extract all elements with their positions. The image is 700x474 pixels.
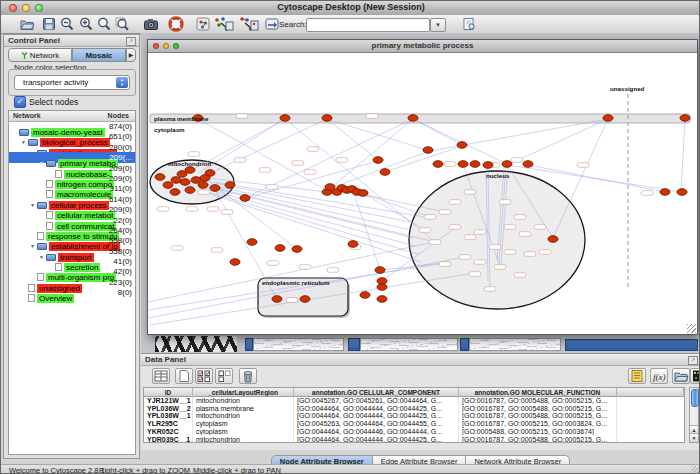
network-node[interactable] (292, 246, 302, 253)
network-node[interactable] (171, 177, 181, 184)
network-node-label[interactable] (186, 207, 198, 212)
tree-row-secretion[interactable]: secretion41(0) (9, 256, 135, 266)
table-cell[interactable]: mitochondrion (193, 412, 294, 420)
network-node-label[interactable] (221, 210, 233, 215)
table-cell[interactable]: [GO:0044464, GO:0044444, GO:0044425, G..… (294, 412, 459, 420)
network-node[interactable] (358, 190, 368, 197)
manage-plugins-icon[interactable] (264, 16, 280, 32)
network-node[interactable] (210, 185, 220, 192)
network-node-label[interactable] (444, 162, 456, 167)
network-node-label[interactable] (188, 152, 200, 157)
float-panel-icon[interactable]: ↗ (126, 37, 136, 46)
network-node-label[interactable] (429, 240, 441, 245)
network-node[interactable] (360, 292, 370, 299)
table-cell[interactable]: YLR295C (144, 420, 193, 428)
network-node-label[interactable] (366, 114, 378, 119)
table-cell[interactable]: [GO:0016787, GO:0005488, GO:0005215, G..… (459, 397, 617, 405)
network-node[interactable] (185, 167, 195, 174)
network-node-label[interactable] (267, 261, 279, 266)
app-resize-grip[interactable] (691, 466, 700, 474)
select-nodes-checkbox[interactable]: ✓ (14, 96, 26, 108)
tree-row-establishment-of-lo[interactable]: ▼establishment of lo558(0) (9, 235, 135, 245)
layout-nodes-icon[interactable] (213, 16, 235, 32)
scrollbar-thumb[interactable] (691, 389, 699, 407)
tree-row-cell-communicat[interactable]: cell communicat22(0) (9, 215, 135, 225)
tree-row-multi-organism-pro[interactable]: multi-organism pro42(0) (9, 266, 135, 276)
tree-row-cellular-metabol[interactable]: cellular metabol209(0) (9, 204, 135, 214)
network-node-label[interactable] (299, 265, 311, 270)
network-node-label[interactable] (327, 268, 339, 273)
zoom-out-icon[interactable] (59, 16, 75, 32)
network-node-label[interactable] (514, 273, 526, 278)
column-header-annotation.GO CELLULAR_COMPONENT[interactable]: annotation.GO CELLULAR_COMPONENT (294, 388, 459, 397)
column-header-_cellularLayoutRegion[interactable]: _cellularLayoutRegion (193, 388, 294, 397)
table-cell[interactable]: [GO:0045267, GO:0045261, GO:0044464, G..… (294, 397, 459, 405)
network-node-label[interactable] (234, 158, 246, 163)
table-cell[interactable]: YDR039C__1 (144, 436, 193, 444)
tree-row-biological-process[interactable]: ▼biological_process651(0) (9, 131, 135, 141)
network-node[interactable] (280, 115, 290, 122)
tree-row-nitrogen-compo[interactable]: nitrogen compo209(0) (9, 173, 135, 183)
network-node-label[interactable] (499, 200, 511, 205)
network-node[interactable] (457, 142, 467, 149)
tree-row-transport[interactable]: ▼transport558(0) (9, 246, 135, 256)
network-node[interactable] (660, 189, 670, 196)
tree-row-mosaic-demo-yeast[interactable]: mosaic-demo-yeast874(0) (9, 121, 135, 131)
network-node-label[interactable] (292, 161, 304, 166)
background-window-fragment[interactable] (348, 338, 360, 351)
network-node-label[interactable] (469, 272, 481, 277)
network-node[interactable] (170, 189, 180, 196)
network-node[interactable] (348, 241, 358, 248)
table-cell[interactable]: [GO:0005488, GO:0005215, GO:0003674] (459, 428, 617, 436)
table-cell[interactable]: YKR052C (144, 428, 193, 436)
network-node-label[interactable] (211, 248, 223, 253)
network-node-label[interactable] (171, 246, 183, 251)
unselect-attributes-icon[interactable] (215, 368, 233, 384)
table-cell[interactable]: cytoplasm (193, 428, 294, 436)
background-window-fragment[interactable] (469, 338, 561, 351)
network-node[interactable] (470, 161, 480, 168)
tree-row-metabolic-process[interactable]: ▼metabolic process280(0) (9, 142, 135, 152)
background-window-fragment[interactable] (360, 338, 458, 351)
network-node-label[interactable] (464, 235, 476, 240)
import-file-icon[interactable] (672, 368, 690, 384)
network-node[interactable] (247, 239, 257, 246)
network-node-label[interactable] (419, 228, 431, 233)
network-node-label[interactable] (504, 225, 516, 230)
window-resize-grip[interactable] (687, 324, 696, 333)
network-node[interactable] (548, 236, 558, 243)
formula-icon[interactable]: f(x) (650, 368, 668, 384)
network-node-label[interactable] (207, 207, 219, 212)
network-node-label[interactable] (439, 210, 451, 215)
network-node-label[interactable] (494, 265, 506, 270)
network-node[interactable] (680, 115, 690, 122)
table-cell[interactable]: YJR121W__1 (144, 397, 193, 405)
table-cell[interactable]: YPL036W__1 (144, 412, 193, 420)
network-canvas[interactable]: plasma membranecytoplasmmitochondrionnuc… (148, 52, 697, 335)
table-cell[interactable]: [GO:0016787, GO:0005488, GO:0005215, G..… (459, 412, 617, 420)
table-cell[interactable]: mitochondrion (193, 436, 294, 444)
table-cell[interactable]: [GO:0044464, GO:0044446, GO:0044444, G..… (294, 428, 459, 436)
network-node-label[interactable] (236, 114, 248, 119)
network-node[interactable] (240, 195, 250, 202)
zoom-selected-icon[interactable] (114, 16, 130, 32)
network-node[interactable] (275, 245, 285, 252)
import-list-icon[interactable] (628, 368, 646, 384)
matrix-icon[interactable] (690, 368, 700, 384)
table-cell[interactable]: [GO:0044464, GO:0044444, GO:0044425, G..… (294, 405, 459, 413)
tree-row-macromolecule[interactable]: macromolecule311(0) (9, 183, 135, 193)
background-window-fragment[interactable] (245, 338, 253, 351)
network-node[interactable] (458, 161, 468, 168)
network-node[interactable] (377, 284, 387, 291)
network-node-label[interactable] (524, 252, 536, 257)
network-node[interactable] (380, 169, 390, 176)
table-cell[interactable]: plasma membrane (193, 405, 294, 413)
tree-row-primary-metabo[interactable]: ▼primary metabo209(... (9, 152, 135, 162)
table-cell[interactable]: [GO:0045263, GO:0044464, GO:0044455, G..… (294, 420, 459, 428)
tree-row-cellular-process[interactable]: ▼cellular process614(0) (9, 194, 135, 204)
network-node-label[interactable] (449, 225, 461, 230)
delete-attribute-icon[interactable] (239, 368, 257, 384)
network-node[interactable] (185, 187, 195, 194)
tree-row-overview[interactable]: Overview8(0) (9, 287, 135, 297)
table-cell[interactable]: YPL036W__2 (144, 405, 193, 413)
